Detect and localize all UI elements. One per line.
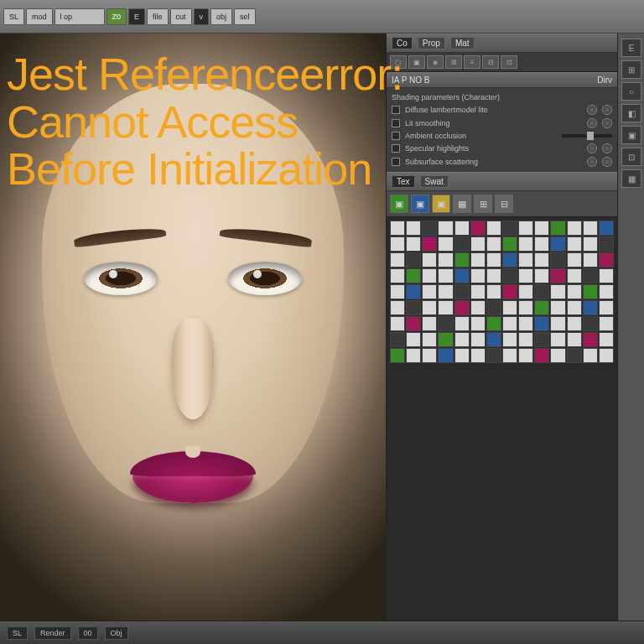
swatch-cell[interactable] xyxy=(470,332,486,347)
checkbox-icon[interactable] xyxy=(392,158,400,166)
swatch-cell[interactable] xyxy=(567,316,582,331)
knob-icon[interactable] xyxy=(602,105,612,115)
swatch-cell[interactable] xyxy=(454,348,470,363)
swatch-cell[interactable] xyxy=(502,332,517,347)
swatch-cell[interactable] xyxy=(599,348,614,363)
swatch-cell[interactable] xyxy=(583,300,598,315)
swatch-cell[interactable] xyxy=(470,268,486,283)
swatch-tool[interactable]: ⊞ xyxy=(474,195,492,213)
swatch-tool-blue[interactable]: ▣ xyxy=(411,195,429,213)
swatch-cell[interactable] xyxy=(486,221,501,236)
mini-btn[interactable]: ≡ xyxy=(464,55,480,69)
strip-icon[interactable]: ▦ xyxy=(621,169,641,188)
swatch-cell[interactable] xyxy=(518,316,533,331)
strip-icon[interactable]: ⊡ xyxy=(621,148,641,166)
swatch-cell[interactable] xyxy=(502,221,517,236)
swatch-cell[interactable] xyxy=(438,236,453,252)
swatch-cell[interactable] xyxy=(406,348,421,363)
toolbar-item[interactable]: file xyxy=(147,8,169,25)
toolbar-item[interactable]: l op xyxy=(55,8,105,25)
slider[interactable] xyxy=(562,134,612,138)
swatch-cell[interactable] xyxy=(534,284,549,299)
swatch-cell[interactable] xyxy=(599,332,614,347)
swatch-cell[interactable] xyxy=(486,284,501,299)
strip-icon[interactable]: ⊞ xyxy=(621,60,641,79)
swatch-cell[interactable] xyxy=(390,316,405,331)
swatch-cell[interactable] xyxy=(454,268,470,283)
swatch-cell[interactable] xyxy=(438,332,453,347)
swatch-cell[interactable] xyxy=(390,252,405,267)
swatch-cell[interactable] xyxy=(422,252,437,267)
swatch-cell[interactable] xyxy=(470,284,486,299)
swatch-cell[interactable] xyxy=(534,316,549,331)
swatch-cell[interactable] xyxy=(422,300,437,315)
swatch-cell[interactable] xyxy=(406,268,421,283)
swatch-cell[interactable] xyxy=(550,236,565,252)
strip-icon[interactable]: ◧ xyxy=(621,104,641,122)
swatch-cell[interactable] xyxy=(567,300,582,315)
toolbar-item[interactable]: mod xyxy=(26,8,53,25)
swatch-cell[interactable] xyxy=(422,236,437,252)
param-row[interactable]: Specular highlights xyxy=(392,142,612,155)
swatch-cell[interactable] xyxy=(390,332,405,347)
toolbar-item[interactable]: E xyxy=(128,8,145,25)
mini-btn[interactable]: ⊞ xyxy=(445,55,462,69)
swatch-cell[interactable] xyxy=(390,236,405,252)
swatch-cell[interactable] xyxy=(599,236,614,252)
param-row[interactable]: Lit smoothing xyxy=(392,117,612,130)
swatch-cell[interactable] xyxy=(406,316,421,331)
swatch-cell[interactable] xyxy=(470,221,486,236)
knob-icon[interactable] xyxy=(587,118,597,128)
swatch-cell[interactable] xyxy=(502,316,517,331)
swatch-cell[interactable] xyxy=(550,284,565,299)
tab-mat[interactable]: Mat xyxy=(450,37,475,49)
swatch-cell[interactable] xyxy=(567,284,582,299)
swatch-cell[interactable] xyxy=(567,332,582,347)
swatch-cell[interactable] xyxy=(550,268,565,283)
swatch-cell[interactable] xyxy=(390,300,405,315)
swatch-cell[interactable] xyxy=(422,221,437,236)
swatch-cell[interactable] xyxy=(390,221,405,236)
swatch-cell[interactable] xyxy=(599,316,614,331)
strip-icon[interactable]: ○ xyxy=(621,82,641,101)
swatch-cell[interactable] xyxy=(486,268,501,283)
swatch-cell[interactable] xyxy=(567,236,582,252)
swatch-cell[interactable] xyxy=(583,268,598,283)
mini-btn[interactable]: ◈ xyxy=(427,55,444,69)
swatch-cell[interactable] xyxy=(583,236,598,252)
swatch-cell[interactable] xyxy=(470,236,486,252)
swatch-cell[interactable] xyxy=(454,332,470,347)
swatch-cell[interactable] xyxy=(454,316,470,331)
param-row[interactable]: Ambient occlusion xyxy=(392,130,612,142)
swatch-cell[interactable] xyxy=(422,284,437,299)
swatch-cell[interactable] xyxy=(567,221,582,236)
swatch-cell[interactable] xyxy=(406,300,421,315)
status-mode[interactable]: Render xyxy=(34,626,71,640)
swatch-cell[interactable] xyxy=(470,348,486,363)
mini-btn[interactable]: ▣ xyxy=(408,55,425,69)
swatch-cell[interactable] xyxy=(518,284,533,299)
swatch-cell[interactable] xyxy=(438,221,453,236)
swatch-cell[interactable] xyxy=(454,236,470,252)
swatch-cell[interactable] xyxy=(470,252,486,267)
swatch-cell[interactable] xyxy=(390,348,405,363)
swatch-cell[interactable] xyxy=(550,221,565,236)
tab-prop[interactable]: Prop xyxy=(418,37,445,49)
toolbar-item[interactable]: v xyxy=(194,8,210,25)
swatch-cell[interactable] xyxy=(583,332,598,347)
toolbar-item[interactable]: Z0 xyxy=(106,8,127,25)
swatch-tool-yellow[interactable]: ▣ xyxy=(432,195,450,213)
swatch-cell[interactable] xyxy=(438,284,453,299)
swatch-cell[interactable] xyxy=(422,316,437,331)
swatch-cell[interactable] xyxy=(422,348,437,363)
swatch-cell[interactable] xyxy=(486,300,501,315)
toolbar-item[interactable]: SL xyxy=(3,8,24,25)
swatch-grid[interactable] xyxy=(387,217,617,621)
viewport-canvas[interactable] xyxy=(0,34,386,621)
swatch-cell[interactable] xyxy=(502,284,517,299)
swatch-cell[interactable] xyxy=(567,348,582,363)
swatch-cell[interactable] xyxy=(567,268,582,283)
swatch-cell[interactable] xyxy=(534,268,549,283)
swatch-cell[interactable] xyxy=(502,348,517,363)
swatch-cell[interactable] xyxy=(438,252,453,267)
